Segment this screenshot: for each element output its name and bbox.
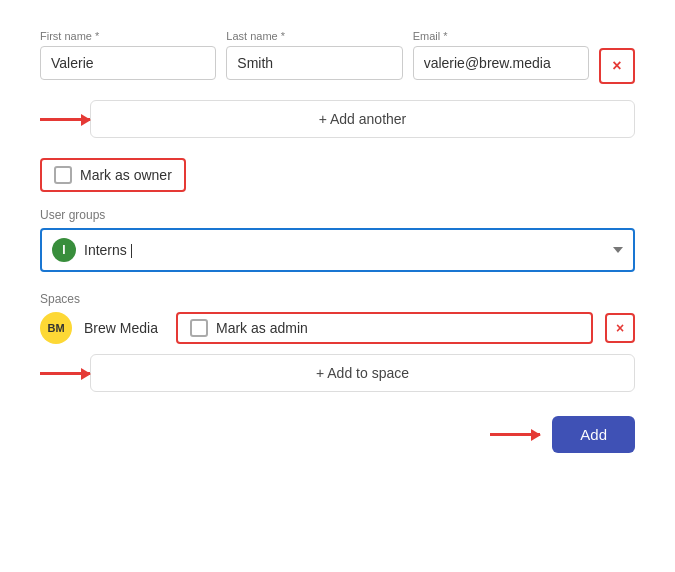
add-another-row: + Add another — [40, 100, 635, 138]
space-avatar: BM — [40, 312, 72, 344]
add-to-space-row: + Add to space — [40, 354, 635, 392]
user-group-name: Interns — [84, 242, 605, 258]
spaces-section: Spaces BM Brew Media Mark as admin × — [40, 292, 635, 344]
space-name: Brew Media — [84, 320, 164, 336]
mark-as-owner-row: Mark as owner — [40, 158, 635, 192]
mark-as-admin-wrapper: Mark as admin — [176, 312, 593, 344]
last-name-field: Last name * — [226, 30, 402, 80]
add-button[interactable]: Add — [552, 416, 635, 453]
close-icon: × — [612, 57, 621, 75]
first-name-label: First name * — [40, 30, 216, 42]
spaces-row: BM Brew Media Mark as admin × — [40, 312, 635, 344]
mark-as-admin-label: Mark as admin — [216, 320, 308, 336]
chevron-down-icon — [613, 247, 623, 253]
cursor-bar — [131, 244, 132, 258]
arrow-right-add-icon — [490, 433, 540, 436]
user-group-badge: I — [52, 238, 76, 262]
arrow-indicator — [40, 118, 90, 121]
email-label: Email * — [413, 30, 589, 42]
last-name-input[interactable] — [226, 46, 402, 80]
remove-user-button[interactable]: × — [599, 48, 635, 84]
add-to-space-button[interactable]: + Add to space — [90, 354, 635, 392]
mark-as-owner-wrapper: Mark as owner — [40, 158, 186, 192]
email-input[interactable] — [413, 46, 589, 80]
arrow-indicator-space — [40, 372, 90, 375]
user-groups-section: User groups I Interns — [40, 208, 635, 272]
mark-as-owner-checkbox[interactable] — [54, 166, 72, 184]
spaces-label: Spaces — [40, 292, 635, 306]
mark-as-admin-checkbox[interactable] — [190, 319, 208, 337]
action-row: Add — [40, 416, 635, 453]
first-name-input[interactable] — [40, 46, 216, 80]
mark-as-owner-label: Mark as owner — [80, 167, 172, 183]
last-name-label: Last name * — [226, 30, 402, 42]
arrow-right-space-icon — [40, 372, 90, 375]
email-field: Email * — [413, 30, 589, 80]
remove-space-button[interactable]: × — [605, 313, 635, 343]
close-icon: × — [616, 320, 624, 336]
user-groups-select[interactable]: I Interns — [40, 228, 635, 272]
add-another-button[interactable]: + Add another — [90, 100, 635, 138]
arrow-right-icon — [40, 118, 90, 121]
form-row: First name * Last name * Email * × — [40, 30, 635, 84]
user-groups-label: User groups — [40, 208, 635, 222]
first-name-field: First name * — [40, 30, 216, 80]
arrow-indicator-add — [490, 433, 540, 436]
